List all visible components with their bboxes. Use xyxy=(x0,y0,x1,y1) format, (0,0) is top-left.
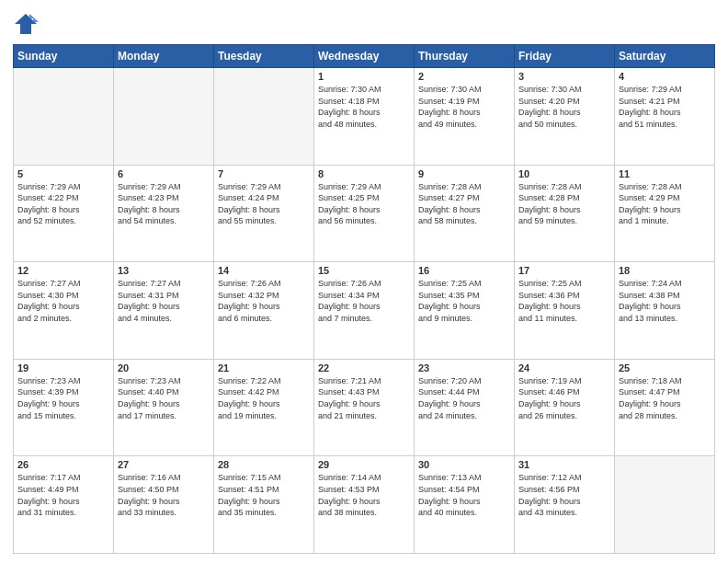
day-info: Sunrise: 7:26 AM Sunset: 4:32 PM Dayligh… xyxy=(218,278,310,324)
day-info: Sunrise: 7:27 AM Sunset: 4:30 PM Dayligh… xyxy=(17,278,109,324)
day-info: Sunrise: 7:30 AM Sunset: 4:18 PM Dayligh… xyxy=(318,84,410,130)
calendar-cell: 26Sunrise: 7:17 AM Sunset: 4:49 PM Dayli… xyxy=(14,456,114,554)
calendar-cell: 15Sunrise: 7:26 AM Sunset: 4:34 PM Dayli… xyxy=(314,262,415,360)
calendar-cell: 27Sunrise: 7:16 AM Sunset: 4:50 PM Dayli… xyxy=(114,456,214,554)
day-number: 13 xyxy=(118,265,210,276)
day-info: Sunrise: 7:29 AM Sunset: 4:21 PM Dayligh… xyxy=(619,84,711,130)
day-info: Sunrise: 7:26 AM Sunset: 4:34 PM Dayligh… xyxy=(318,278,410,324)
weekday-friday: Friday xyxy=(515,45,615,68)
day-info: Sunrise: 7:24 AM Sunset: 4:38 PM Dayligh… xyxy=(619,278,711,324)
day-number: 4 xyxy=(619,71,711,82)
day-info: Sunrise: 7:30 AM Sunset: 4:20 PM Dayligh… xyxy=(518,84,610,130)
calendar-cell xyxy=(214,68,314,166)
day-info: Sunrise: 7:16 AM Sunset: 4:50 PM Dayligh… xyxy=(118,472,210,518)
calendar-cell: 1Sunrise: 7:30 AM Sunset: 4:18 PM Daylig… xyxy=(314,68,415,166)
weekday-thursday: Thursday xyxy=(415,45,515,68)
day-number: 28 xyxy=(218,459,310,470)
day-number: 29 xyxy=(318,459,410,470)
day-number: 21 xyxy=(218,362,310,373)
day-info: Sunrise: 7:29 AM Sunset: 4:22 PM Dayligh… xyxy=(17,181,109,227)
calendar-table: SundayMondayTuesdayWednesdayThursdayFrid… xyxy=(13,44,715,554)
calendar-cell: 7Sunrise: 7:29 AM Sunset: 4:24 PM Daylig… xyxy=(214,165,314,262)
day-info: Sunrise: 7:15 AM Sunset: 4:51 PM Dayligh… xyxy=(218,472,310,518)
calendar-cell: 25Sunrise: 7:18 AM Sunset: 4:47 PM Dayli… xyxy=(615,359,715,456)
day-number: 20 xyxy=(118,362,210,373)
page: SundayMondayTuesdayWednesdayThursdayFrid… xyxy=(0,0,728,563)
calendar-cell xyxy=(615,456,715,554)
calendar-cell: 28Sunrise: 7:15 AM Sunset: 4:51 PM Dayli… xyxy=(214,456,314,554)
weekday-header-row: SundayMondayTuesdayWednesdayThursdayFrid… xyxy=(14,45,715,68)
calendar-cell: 10Sunrise: 7:28 AM Sunset: 4:28 PM Dayli… xyxy=(515,165,615,262)
calendar-cell: 12Sunrise: 7:27 AM Sunset: 4:30 PM Dayli… xyxy=(14,262,114,360)
day-number: 15 xyxy=(318,265,410,276)
week-row-2: 12Sunrise: 7:27 AM Sunset: 4:30 PM Dayli… xyxy=(14,262,715,360)
calendar-cell: 21Sunrise: 7:22 AM Sunset: 4:42 PM Dayli… xyxy=(214,359,314,456)
calendar-cell: 19Sunrise: 7:23 AM Sunset: 4:39 PM Dayli… xyxy=(14,359,114,456)
day-info: Sunrise: 7:13 AM Sunset: 4:54 PM Dayligh… xyxy=(418,472,510,518)
day-info: Sunrise: 7:29 AM Sunset: 4:24 PM Dayligh… xyxy=(218,181,310,227)
calendar-cell: 17Sunrise: 7:25 AM Sunset: 4:36 PM Dayli… xyxy=(515,262,615,360)
calendar-cell: 2Sunrise: 7:30 AM Sunset: 4:19 PM Daylig… xyxy=(415,68,515,166)
calendar-cell: 23Sunrise: 7:20 AM Sunset: 4:44 PM Dayli… xyxy=(415,359,515,456)
day-info: Sunrise: 7:28 AM Sunset: 4:29 PM Dayligh… xyxy=(619,181,711,227)
day-info: Sunrise: 7:28 AM Sunset: 4:27 PM Dayligh… xyxy=(418,181,510,227)
calendar-cell: 9Sunrise: 7:28 AM Sunset: 4:27 PM Daylig… xyxy=(415,165,515,262)
day-info: Sunrise: 7:27 AM Sunset: 4:31 PM Dayligh… xyxy=(118,278,210,324)
day-number: 18 xyxy=(619,265,711,276)
day-info: Sunrise: 7:17 AM Sunset: 4:49 PM Dayligh… xyxy=(17,472,109,518)
day-number: 14 xyxy=(218,265,310,276)
calendar-cell: 8Sunrise: 7:29 AM Sunset: 4:25 PM Daylig… xyxy=(314,165,415,262)
day-info: Sunrise: 7:30 AM Sunset: 4:19 PM Dayligh… xyxy=(418,84,510,130)
calendar-cell: 24Sunrise: 7:19 AM Sunset: 4:46 PM Dayli… xyxy=(515,359,615,456)
day-number: 31 xyxy=(518,459,610,470)
weekday-monday: Monday xyxy=(114,45,214,68)
day-number: 22 xyxy=(318,362,410,373)
day-info: Sunrise: 7:28 AM Sunset: 4:28 PM Dayligh… xyxy=(518,181,610,227)
weekday-saturday: Saturday xyxy=(615,45,715,68)
day-info: Sunrise: 7:12 AM Sunset: 4:56 PM Dayligh… xyxy=(518,472,610,518)
calendar-cell xyxy=(114,68,214,166)
day-info: Sunrise: 7:21 AM Sunset: 4:43 PM Dayligh… xyxy=(318,375,410,421)
day-number: 24 xyxy=(518,362,610,373)
week-row-1: 5Sunrise: 7:29 AM Sunset: 4:22 PM Daylig… xyxy=(14,165,715,262)
day-info: Sunrise: 7:22 AM Sunset: 4:42 PM Dayligh… xyxy=(218,375,310,421)
day-number: 1 xyxy=(318,71,410,82)
day-number: 27 xyxy=(118,459,210,470)
day-number: 6 xyxy=(118,168,210,179)
day-number: 26 xyxy=(17,459,109,470)
day-info: Sunrise: 7:25 AM Sunset: 4:35 PM Dayligh… xyxy=(418,278,510,324)
calendar-cell: 18Sunrise: 7:24 AM Sunset: 4:38 PM Dayli… xyxy=(615,262,715,360)
day-number: 30 xyxy=(418,459,510,470)
week-row-3: 19Sunrise: 7:23 AM Sunset: 4:39 PM Dayli… xyxy=(14,359,715,456)
logo xyxy=(13,11,42,37)
calendar-cell: 16Sunrise: 7:25 AM Sunset: 4:35 PM Dayli… xyxy=(415,262,515,360)
day-number: 3 xyxy=(518,71,610,82)
logo-icon xyxy=(13,11,39,37)
day-info: Sunrise: 7:29 AM Sunset: 4:23 PM Dayligh… xyxy=(118,181,210,227)
day-number: 23 xyxy=(418,362,510,373)
week-row-0: 1Sunrise: 7:30 AM Sunset: 4:18 PM Daylig… xyxy=(14,68,715,166)
day-info: Sunrise: 7:23 AM Sunset: 4:40 PM Dayligh… xyxy=(118,375,210,421)
calendar-cell: 13Sunrise: 7:27 AM Sunset: 4:31 PM Dayli… xyxy=(114,262,214,360)
calendar-cell: 5Sunrise: 7:29 AM Sunset: 4:22 PM Daylig… xyxy=(14,165,114,262)
day-info: Sunrise: 7:25 AM Sunset: 4:36 PM Dayligh… xyxy=(518,278,610,324)
day-number: 7 xyxy=(218,168,310,179)
day-number: 10 xyxy=(518,168,610,179)
day-number: 11 xyxy=(619,168,711,179)
day-number: 2 xyxy=(418,71,510,82)
day-info: Sunrise: 7:23 AM Sunset: 4:39 PM Dayligh… xyxy=(17,375,109,421)
day-number: 5 xyxy=(17,168,109,179)
calendar-cell: 14Sunrise: 7:26 AM Sunset: 4:32 PM Dayli… xyxy=(214,262,314,360)
day-number: 9 xyxy=(418,168,510,179)
calendar-cell: 6Sunrise: 7:29 AM Sunset: 4:23 PM Daylig… xyxy=(114,165,214,262)
week-row-4: 26Sunrise: 7:17 AM Sunset: 4:49 PM Dayli… xyxy=(14,456,715,554)
weekday-sunday: Sunday xyxy=(14,45,114,68)
calendar-cell: 30Sunrise: 7:13 AM Sunset: 4:54 PM Dayli… xyxy=(415,456,515,554)
day-number: 25 xyxy=(619,362,711,373)
calendar-cell xyxy=(14,68,114,166)
day-info: Sunrise: 7:18 AM Sunset: 4:47 PM Dayligh… xyxy=(619,375,711,421)
calendar-cell: 3Sunrise: 7:30 AM Sunset: 4:20 PM Daylig… xyxy=(515,68,615,166)
weekday-tuesday: Tuesday xyxy=(214,45,314,68)
svg-marker-0 xyxy=(15,14,37,34)
day-number: 16 xyxy=(418,265,510,276)
